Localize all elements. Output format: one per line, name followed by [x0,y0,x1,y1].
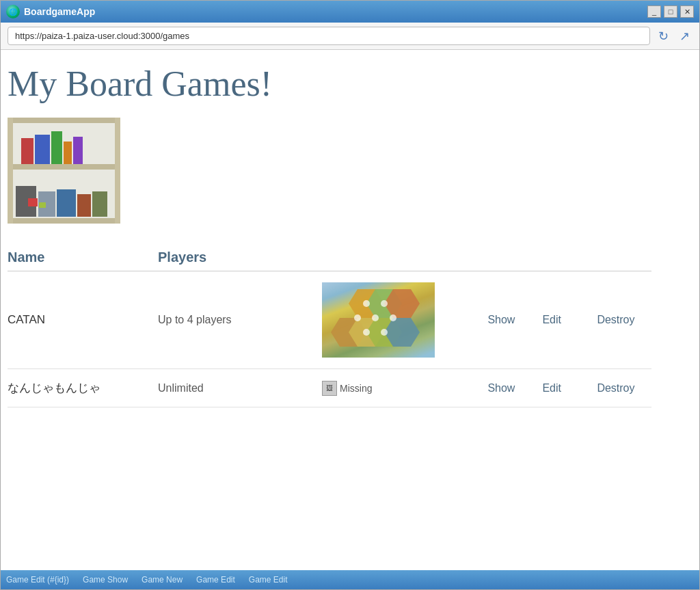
svg-rect-9 [64,142,72,164]
header-show [487,250,542,265]
svg-point-28 [372,314,379,321]
missing-image-label: Missing [340,383,372,394]
title-bar: 🌐 BoardgameApp _ □ ✕ [1,1,699,23]
table-header: Name Players [8,244,651,271]
page-title: My Board Games! [8,64,686,104]
game-edit-catan[interactable]: Edit [542,314,597,326]
bottom-link-1[interactable]: Game Edit (#{id}) [6,575,69,585]
bottom-bar: Game Edit (#{id}) Game Show Game New Gam… [1,570,699,589]
address-bar: ↻ ↗ [1,23,699,50]
svg-rect-17 [39,202,46,208]
svg-rect-8 [51,131,62,164]
game-edit-nanja[interactable]: Edit [542,382,597,394]
reload-button[interactable]: ↻ [656,27,671,45]
header-image [322,250,487,265]
svg-rect-5 [115,118,120,224]
svg-point-31 [381,329,388,336]
game-show-catan[interactable]: Show [487,314,542,326]
svg-rect-7 [35,135,50,164]
header-players: Players [158,250,322,265]
games-table: Name Players CATAN Up to 4 players [8,244,651,407]
main-content: My Board Games! [1,50,699,570]
game-players-nanja: Unlimited [158,382,322,394]
table-row: CATAN Up to 4 players [8,271,651,369]
header-edit [542,250,597,265]
minimize-button[interactable]: _ [647,5,661,18]
app-icon: 🌐 [6,5,20,18]
game-image-catan [322,282,487,358]
svg-rect-16 [28,198,38,206]
bottom-link-4[interactable]: Game Edit [196,575,235,585]
game-image-nanja: 🖼 Missing [322,381,487,396]
restore-button[interactable]: □ [664,5,677,18]
svg-rect-2 [8,164,120,170]
close-button[interactable]: ✕ [680,5,694,18]
open-external-button[interactable]: ↗ [677,27,692,45]
svg-point-30 [363,329,370,336]
svg-point-29 [390,314,396,321]
svg-rect-10 [73,137,83,164]
svg-rect-1 [8,118,120,123]
bottom-link-2[interactable]: Game Show [83,575,128,585]
svg-rect-14 [77,194,91,217]
svg-rect-3 [8,218,120,224]
svg-point-27 [354,314,361,321]
bottom-link-3[interactable]: Game New [142,575,183,585]
title-bar-left: 🌐 BoardgameApp [6,5,95,18]
game-destroy-catan[interactable]: Destroy [597,314,651,326]
bottom-link-5[interactable]: Game Edit [249,575,288,585]
header-destroy [597,250,651,265]
game-show-nanja[interactable]: Show [487,382,542,394]
svg-rect-6 [21,138,33,164]
app-window: 🌐 BoardgameApp _ □ ✕ ↻ ↗ My Board Games! [0,0,700,590]
shelf-image [8,118,120,224]
header-name: Name [8,250,158,265]
game-destroy-nanja[interactable]: Destroy [597,382,651,394]
svg-point-26 [381,300,388,307]
svg-point-25 [363,300,370,307]
window-controls: _ □ ✕ [647,5,694,18]
url-input[interactable] [8,27,650,45]
table-row: なんじゃもんじゃ Unlimited 🖼 Missing Show Edit D… [8,369,651,407]
game-players-catan: Up to 4 players [158,314,322,326]
window-title: BoardgameApp [24,6,95,17]
svg-rect-4 [8,118,13,224]
game-name-catan: CATAN [8,313,158,327]
svg-rect-15 [92,191,107,217]
svg-rect-13 [57,189,76,217]
game-name-nanja: なんじゃもんじゃ [8,380,158,396]
broken-image-icon: 🖼 [322,381,337,396]
shelf-svg [8,118,120,224]
